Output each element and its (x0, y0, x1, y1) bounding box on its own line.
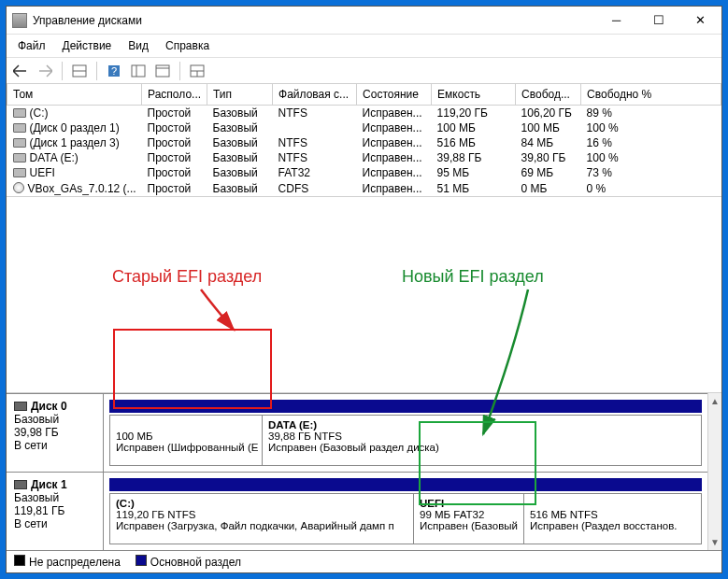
disk-management-window: Управление дисками ─ ☐ ✕ Файл Действие В… (6, 6, 722, 573)
volume-capacity: 100 МБ (432, 120, 516, 135)
volume-list[interactable]: Том Располо... Тип Файловая с... Состоян… (7, 84, 721, 197)
disk-panel[interactable]: Диск 0Базовый39,98 ГБВ сети 100 МБИсправ… (7, 393, 707, 472)
volume-status: Исправен... (357, 120, 432, 135)
disk-size: 119,81 ГБ (14, 504, 64, 517)
partition[interactable]: 516 МБ NTFSИсправен (Раздел восстанов. (524, 493, 702, 544)
volume-fs: FAT32 (273, 165, 357, 180)
disk-name: Диск 1 (31, 478, 67, 491)
menu-view[interactable]: Вид (121, 36, 156, 55)
partition[interactable]: UEFI99 МБ FAT32Исправен (Базовый (414, 493, 524, 544)
volume-status: Исправен... (357, 180, 432, 196)
disk-icon (14, 480, 27, 489)
legend: Не распределена Основной раздел (7, 550, 721, 572)
minimize-button[interactable]: ─ (595, 7, 637, 34)
disk-status: В сети (14, 517, 48, 530)
volume-type: Базовый (207, 150, 273, 165)
partition-row: 100 МБИсправен (Шифрованный (EDATA (E:)3… (109, 415, 702, 466)
vertical-scrollbar[interactable]: ▲ ▼ (707, 393, 721, 550)
volume-free: 69 МБ (516, 165, 581, 180)
menu-action[interactable]: Действие (55, 36, 120, 55)
menu-file[interactable]: Файл (10, 36, 53, 55)
volume-layout: Простой (142, 106, 207, 121)
disk-layout: (C:)119,20 ГБ NTFSИсправен (Загрузка, Фа… (104, 473, 707, 550)
volume-type: Базовый (207, 106, 273, 121)
back-button[interactable] (10, 61, 31, 81)
close-button[interactable]: ✕ (679, 7, 721, 34)
window-title: Управление дисками (33, 14, 595, 27)
volume-freepct: 89 % (581, 106, 721, 121)
volume-row[interactable]: (Диск 0 раздел 1)ПростойБазовыйИсправен.… (7, 120, 721, 135)
volume-type: Базовый (207, 135, 273, 150)
col-fs[interactable]: Файловая с... (273, 84, 357, 106)
scroll-up-icon[interactable]: ▲ (708, 393, 721, 409)
legend-primary-swatch (136, 555, 147, 566)
volume-layout: Простой (142, 165, 207, 180)
toolbar-opt1-button[interactable] (128, 61, 149, 81)
volume-free: 84 МБ (516, 135, 581, 150)
app-icon (12, 13, 27, 28)
volume-layout: Простой (142, 180, 207, 196)
partition[interactable]: (C:)119,20 ГБ NTFSИсправен (Загрузка, Фа… (109, 493, 414, 544)
volume-row[interactable]: DATA (E:)ПростойБазовыйNTFSИсправен...39… (7, 150, 721, 165)
volume-status: Исправен... (357, 165, 432, 180)
partition-size: 99 МБ FAT32 (420, 509, 518, 520)
volume-header-row[interactable]: Том Располо... Тип Файловая с... Состоян… (7, 84, 721, 106)
col-capacity[interactable]: Емкость (432, 84, 516, 106)
volume-free: 39,80 ГБ (516, 150, 581, 165)
disk-label: Диск 1Базовый119,81 ГБВ сети (7, 473, 104, 550)
toolbar-opt2-button[interactable] (152, 61, 173, 81)
partition[interactable]: 100 МБИсправен (Шифрованный (E (109, 415, 263, 466)
volume-row[interactable]: (Диск 1 раздел 3)ПростойБазовыйNTFSИспра… (7, 135, 721, 150)
view-panes-button[interactable] (69, 61, 90, 81)
col-volume[interactable]: Том (7, 84, 142, 106)
col-freepct[interactable]: Свободно % (581, 84, 721, 106)
volume-status: Исправен... (357, 150, 432, 165)
partition-status: Исправен (Шифрованный (E (116, 442, 256, 453)
volume-freepct: 100 % (581, 120, 721, 135)
svg-text:?: ? (111, 65, 117, 77)
titlebar: Управление дисками ─ ☐ ✕ (7, 7, 721, 35)
volume-name: DATA (E:) (30, 151, 79, 164)
help-button[interactable]: ? (104, 61, 124, 81)
volume-status: Исправен... (357, 106, 432, 121)
menu-help[interactable]: Справка (158, 36, 217, 55)
volume-fs: CDFS (273, 180, 357, 196)
volume-name: (Диск 1 раздел 3) (30, 136, 120, 149)
volume-name: (Диск 0 раздел 1) (30, 121, 120, 134)
partition-title: (C:) (116, 498, 407, 509)
partition-status: Исправен (Загрузка, Файл подкачки, Авари… (116, 520, 407, 531)
volume-free: 100 МБ (516, 120, 581, 135)
volume-row[interactable]: (C:)ПростойБазовыйNTFSИсправен...119,20 … (7, 106, 721, 121)
col-free[interactable]: Свобод... (516, 84, 581, 106)
legend-primary-label: Основной раздел (150, 556, 241, 569)
volume-capacity: 51 МБ (432, 180, 516, 196)
partition-size: 119,20 ГБ NTFS (116, 509, 407, 520)
disk-stripe (109, 478, 702, 491)
volume-status: Исправен... (357, 135, 432, 150)
maximize-button[interactable]: ☐ (637, 7, 679, 34)
volume-row[interactable]: UEFIПростойБазовыйFAT32Исправен...95 МБ6… (7, 165, 721, 180)
svg-rect-4 (132, 65, 145, 77)
volume-icon (13, 168, 26, 177)
forward-button[interactable] (35, 61, 55, 81)
disk-icon (14, 402, 27, 411)
col-type[interactable]: Тип (207, 84, 273, 106)
toolbar: ? (7, 58, 721, 84)
list-whitespace (7, 197, 721, 393)
volume-freepct: 0 % (581, 180, 721, 196)
disk-panel[interactable]: Диск 1Базовый119,81 ГБВ сети(C:)119,20 Г… (7, 472, 707, 550)
col-layout[interactable]: Располо... (142, 84, 207, 106)
menubar: Файл Действие Вид Справка (7, 35, 721, 58)
partition[interactable]: DATA (E:)39,88 ГБ NTFSИсправен (Базовый … (263, 415, 702, 466)
volume-freepct: 73 % (581, 165, 721, 180)
scroll-down-icon[interactable]: ▼ (708, 534, 721, 550)
volume-row[interactable]: VBox_GAs_7.0.12 (...ПростойБазовыйCDFSИс… (7, 180, 721, 196)
svg-rect-6 (156, 65, 169, 77)
partition-size: 39,88 ГБ NTFS (268, 431, 695, 442)
partition-size: 100 МБ (116, 431, 256, 442)
volume-free: 106,20 ГБ (516, 106, 581, 121)
col-status[interactable]: Состояние (357, 84, 432, 106)
volume-layout: Простой (142, 120, 207, 135)
toolbar-opt3-button[interactable] (187, 61, 207, 81)
volume-name: (C:) (30, 106, 49, 120)
